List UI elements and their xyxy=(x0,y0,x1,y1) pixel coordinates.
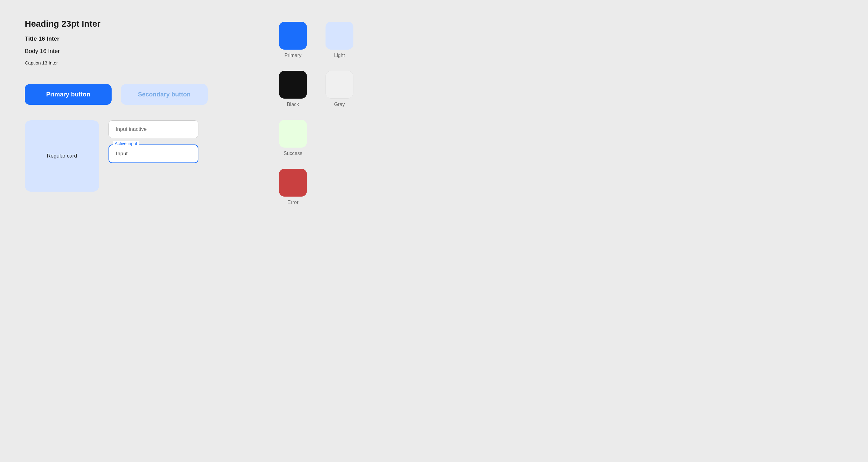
left-panel: Heading 23pt Inter Title 16 Inter Body 1… xyxy=(25,19,242,192)
color-swatch-primary: Primary xyxy=(279,22,307,58)
color-swatch-gray: Gray xyxy=(326,71,353,107)
input-inactive[interactable] xyxy=(108,120,198,138)
buttons-section: Primary button Secondary button xyxy=(25,84,242,105)
swatch-error xyxy=(279,169,307,196)
swatch-label-black: Black xyxy=(287,102,299,107)
color-swatch-black: Black xyxy=(279,71,307,107)
active-input-wrapper: Active input xyxy=(108,145,198,163)
color-swatch-error: Error xyxy=(279,169,307,205)
empty-cell xyxy=(326,120,353,156)
cards-section: Regular card Active input xyxy=(25,120,242,192)
swatch-label-light: Light xyxy=(334,53,345,58)
swatch-light xyxy=(326,22,353,50)
title-16: Title 16 Inter xyxy=(25,35,242,42)
primary-button[interactable]: Primary button xyxy=(25,84,112,105)
caption-13: Caption 13 Inter xyxy=(25,60,242,65)
main-layout: Heading 23pt Inter Title 16 Inter Body 1… xyxy=(25,19,843,205)
swatch-label-primary: Primary xyxy=(284,53,301,58)
swatch-success xyxy=(279,120,307,148)
swatch-gray xyxy=(326,71,353,99)
regular-card: Regular card xyxy=(25,120,99,192)
color-swatch-light: Light xyxy=(326,22,353,58)
heading-23: Heading 23pt Inter xyxy=(25,19,242,29)
swatch-label-success: Success xyxy=(284,151,302,156)
swatch-label-gray: Gray xyxy=(334,102,345,107)
active-input[interactable] xyxy=(108,145,198,163)
body-16: Body 16 Inter xyxy=(25,48,242,55)
secondary-button[interactable]: Secondary button xyxy=(121,84,208,105)
active-input-label: Active input xyxy=(113,141,139,146)
color-swatch-success: Success xyxy=(279,120,307,156)
typography-section: Heading 23pt Inter Title 16 Inter Body 1… xyxy=(25,19,242,65)
inputs-group: Active input xyxy=(108,120,198,163)
swatch-label-error: Error xyxy=(287,200,299,205)
swatch-primary xyxy=(279,22,307,50)
color-swatches-panel: Primary Light Black Gray Success Error xyxy=(279,19,353,205)
swatch-black xyxy=(279,71,307,99)
